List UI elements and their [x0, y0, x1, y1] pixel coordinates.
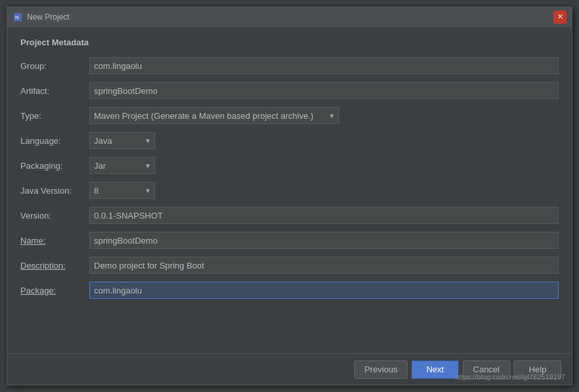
dialog-content: Project Metadata Group: Artifact: Type: …	[7, 27, 572, 353]
close-button[interactable]: ✕	[553, 11, 567, 24]
packaging-row: Packaging: Jar War ▼	[20, 156, 559, 175]
type-select-wrapper: Maven Project (Generate a Maven based pr…	[89, 107, 339, 124]
artifact-input[interactable]	[89, 82, 559, 99]
type-select[interactable]: Maven Project (Generate a Maven based pr…	[89, 107, 339, 124]
package-input[interactable]	[89, 282, 559, 299]
type-row: Type: Maven Project (Generate a Maven ba…	[20, 106, 559, 125]
language-row: Language: Java Kotlin Groovy ▼	[20, 131, 559, 150]
version-input[interactable]	[89, 207, 559, 224]
java-version-select-wrapper: 8 11 17 ▼	[89, 182, 155, 199]
name-input[interactable]	[89, 232, 559, 249]
title-bar: N New Project ✕	[7, 7, 572, 27]
package-row: Package:	[20, 281, 559, 299]
language-select-wrapper: Java Kotlin Groovy ▼	[89, 132, 155, 149]
description-row: Description:	[20, 256, 559, 274]
group-label: Group:	[20, 61, 89, 71]
language-label: Language:	[20, 136, 89, 146]
java-version-select[interactable]: 8 11 17	[89, 182, 155, 199]
package-label: Package:	[20, 286, 89, 295]
section-title: Project Metadata	[20, 37, 559, 47]
artifact-label: Artifact:	[20, 86, 89, 96]
packaging-label: Packaging:	[20, 161, 89, 171]
artifact-row: Artifact:	[20, 81, 559, 100]
type-label: Type:	[20, 111, 89, 121]
java-version-label: Java Version:	[20, 186, 89, 196]
packaging-select[interactable]: Jar War	[89, 157, 155, 174]
app-icon: N	[12, 12, 23, 22]
previous-button[interactable]: Previous	[354, 360, 407, 379]
description-label: Description:	[20, 261, 89, 271]
watermark-text: https://blog.csdn.net/lgl782519197	[455, 373, 565, 381]
name-label: Name:	[20, 236, 89, 246]
language-select[interactable]: Java Kotlin Groovy	[89, 132, 155, 149]
title-bar-text: New Project	[27, 12, 553, 22]
description-input[interactable]	[89, 257, 559, 274]
next-button[interactable]: Next	[411, 360, 459, 379]
group-input[interactable]	[89, 57, 559, 74]
version-label: Version:	[20, 211, 89, 221]
group-row: Group:	[20, 56, 559, 75]
version-row: Version:	[20, 206, 559, 225]
name-row: Name:	[20, 231, 559, 250]
java-version-row: Java Version: 8 11 17 ▼	[20, 181, 559, 200]
packaging-select-wrapper: Jar War ▼	[89, 157, 155, 174]
new-project-dialog: N New Project ✕ Project Metadata Group: …	[7, 7, 572, 385]
svg-text:N: N	[15, 14, 19, 20]
